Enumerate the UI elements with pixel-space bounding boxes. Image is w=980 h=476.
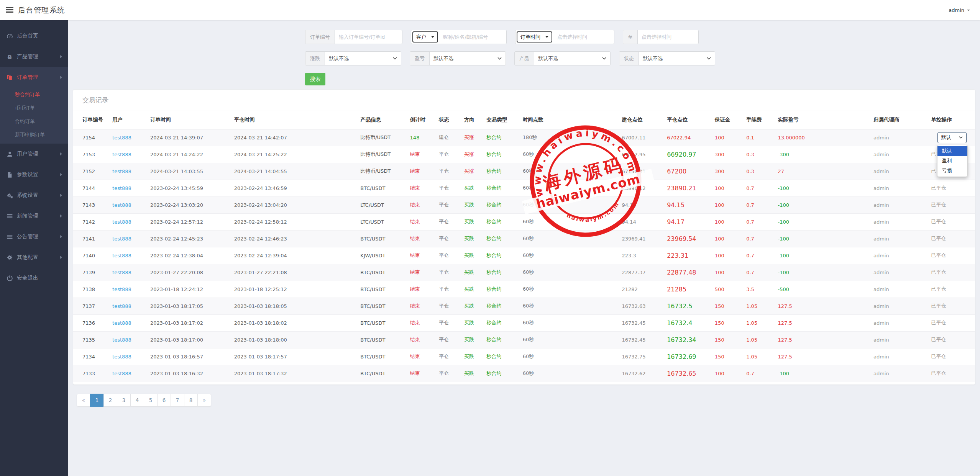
sidebar-item-orders[interactable]: 订单管理: [0, 67, 68, 88]
sidebar-subitem[interactable]: 新币申购订单: [0, 128, 68, 141]
cell-agent: admin: [870, 365, 928, 382]
time-from-input[interactable]: [553, 30, 614, 44]
dashboard-icon: [7, 33, 13, 39]
search-button[interactable]: 搜索: [305, 73, 325, 85]
user-link[interactable]: test888: [112, 219, 131, 225]
cell-close-price: 223.31: [664, 247, 712, 264]
page-number[interactable]: 6: [157, 394, 171, 407]
cell-user: test888: [109, 146, 147, 163]
cell-direction: 买跌: [461, 264, 484, 281]
cell-margin: 100: [712, 196, 743, 213]
order-control-select[interactable]: 默认: [937, 132, 967, 143]
user-link[interactable]: test888: [112, 337, 131, 343]
user-link[interactable]: test888: [112, 168, 131, 174]
sidebar-item-label: 订单管理: [17, 74, 38, 81]
user-link[interactable]: test888: [112, 253, 131, 258]
sidebar-item-config[interactable]: 其他配置: [0, 247, 68, 268]
cell-trade-type: 秒合约: [484, 264, 520, 281]
sidebar-subitem[interactable]: 币币订单: [0, 101, 68, 115]
sidebar-item-news[interactable]: 新闻管理: [0, 206, 68, 226]
cell-fee: 0.7: [743, 180, 775, 196]
user-link[interactable]: test888: [112, 354, 131, 360]
cell-close-time: 2023-02-24 13:04:20: [231, 196, 357, 213]
cell-order-id: 7135: [73, 331, 109, 348]
sidebar-item-users[interactable]: 用户管理: [0, 144, 68, 164]
sidebar-item-params[interactable]: 参数设置: [0, 164, 68, 185]
user-link[interactable]: test888: [112, 270, 131, 275]
user-link[interactable]: test888: [112, 135, 131, 141]
cell-status: 平仓: [436, 247, 461, 264]
cell-agent: admin: [870, 230, 928, 247]
page-number[interactable]: 5: [144, 394, 158, 407]
dropdown-option[interactable]: 亏损: [937, 166, 967, 176]
cell-close-time: 2023-02-24 12:46:23: [231, 230, 357, 247]
page-number[interactable]: 3: [117, 394, 131, 407]
sidebar-item-dashboard[interactable]: 后台首页: [0, 26, 68, 46]
cell-status: 平仓: [436, 230, 461, 247]
user-link[interactable]: test888: [112, 236, 131, 242]
cell-order-time: 2023-02-24 13:03:20: [147, 196, 231, 213]
menu-toggle-icon[interactable]: [6, 7, 13, 14]
dropdown-option[interactable]: 盈利: [937, 156, 967, 166]
caret-down-icon: [967, 10, 970, 11]
cell-profit: -100: [775, 365, 870, 382]
time-type-select[interactable]: 订单时间: [517, 31, 552, 43]
updown-select[interactable]: 默认不选: [325, 52, 401, 65]
profit-select[interactable]: 默认不选: [430, 52, 506, 65]
page-number[interactable]: 7: [171, 394, 184, 407]
page-next[interactable]: »: [197, 394, 211, 407]
cell-order-id: 7139: [73, 264, 109, 281]
select-arrow-icon: [545, 36, 548, 38]
cell-order-time: 2023-02-24 12:38:04: [147, 247, 231, 264]
cell-order-id: 7154: [73, 129, 109, 146]
user-link[interactable]: test888: [112, 303, 131, 309]
cell-margin: 300: [712, 163, 743, 180]
sidebar-item-label: 新闻管理: [17, 213, 38, 219]
sidebar-item-notice[interactable]: 公告管理: [0, 226, 68, 247]
cell-fee: 0.3: [743, 146, 775, 163]
sidebar-item-system[interactable]: 系统设置: [0, 185, 68, 206]
order-no-input[interactable]: [335, 30, 402, 44]
sidebar-subitem[interactable]: 合约订单: [0, 115, 68, 128]
cell-status: 平仓: [436, 180, 461, 196]
cell-close-time: 2023-01-03 18:18:00: [231, 331, 357, 348]
status-select[interactable]: 默认不选: [639, 52, 715, 65]
cell-close-time: 2023-02-24 12:39:04: [231, 247, 357, 264]
time-to-input[interactable]: [638, 30, 698, 44]
status-label: 状态: [619, 52, 639, 65]
product-select[interactable]: 默认不选: [534, 52, 610, 65]
cell-user: test888: [109, 281, 147, 298]
page-number[interactable]: 2: [103, 394, 117, 407]
cell-status: 平仓: [436, 196, 461, 213]
cell-agent: admin: [870, 247, 928, 264]
customer-type-select[interactable]: 客户: [412, 31, 438, 43]
column-header: 平仓时间: [231, 111, 357, 129]
user-menu[interactable]: admin: [949, 0, 970, 20]
cell-product: BTC/USDT: [357, 331, 407, 348]
cell-control: 已平仓: [928, 298, 975, 314]
page-number[interactable]: 8: [184, 394, 198, 407]
user-link[interactable]: test888: [112, 320, 131, 326]
user-link[interactable]: test888: [112, 152, 131, 157]
filter-row-2: 涨跌 默认不选 盈亏 默认不选 产品 默认不选 状态 默认不选: [305, 51, 715, 65]
dropdown-option[interactable]: 默认: [937, 146, 967, 156]
cell-order-time: 2023-01-03 18:16:57: [147, 348, 231, 365]
page-number[interactable]: 1: [90, 394, 104, 407]
cell-close-price: 16732.69: [664, 348, 712, 365]
user-link[interactable]: test888: [112, 371, 131, 376]
page-prev[interactable]: «: [77, 394, 90, 407]
user-link[interactable]: test888: [112, 185, 131, 191]
sidebar-subitem[interactable]: 秒合约订单: [0, 88, 68, 101]
user-link[interactable]: test888: [112, 286, 131, 292]
page-number[interactable]: 4: [130, 394, 144, 407]
cell-order-id: 7138: [73, 281, 109, 298]
customer-input[interactable]: [439, 30, 506, 44]
sidebar-item-label: 用户管理: [17, 150, 38, 157]
cell-user: test888: [109, 331, 147, 348]
sidebar-item-logout[interactable]: 安全退出: [0, 268, 68, 288]
filter-time-to: 至: [623, 30, 699, 44]
table-row: 7139test8882023-01-27 22:20:082023-01-27…: [73, 264, 975, 281]
cell-control: 已平仓: [928, 348, 975, 365]
sidebar-item-product[interactable]: Ƀ产品管理: [0, 46, 68, 67]
user-link[interactable]: test888: [112, 202, 131, 208]
